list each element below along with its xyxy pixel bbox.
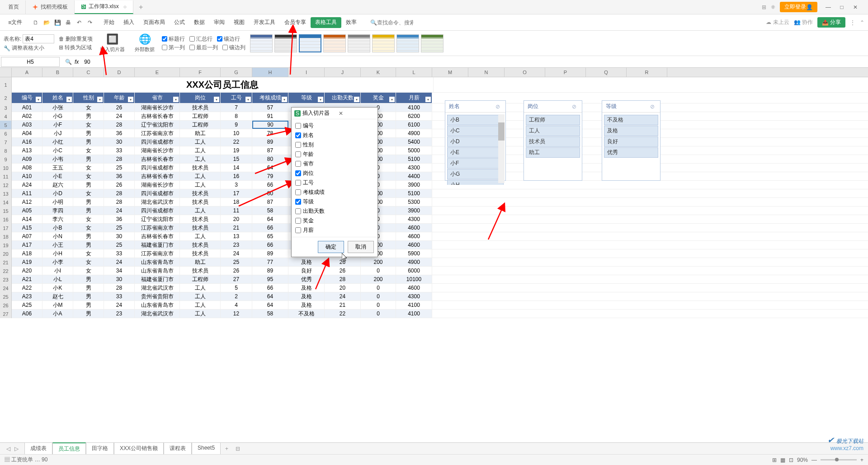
table-cell[interactable]: 5100 xyxy=(396,189,432,197)
table-cell[interactable]: 良好 xyxy=(288,267,325,275)
cloud-status[interactable]: ☁ 未上云 xyxy=(766,19,789,26)
table-cell[interactable]: 女 xyxy=(73,146,104,155)
table-cell[interactable]: 64 xyxy=(252,301,288,309)
table-cell[interactable]: 28 xyxy=(325,275,361,283)
table-cell[interactable]: 小N xyxy=(42,232,73,240)
table-cell[interactable]: 24 xyxy=(104,207,135,215)
table-cell[interactable]: 不及格 xyxy=(288,310,325,318)
table-cell[interactable]: 4900 xyxy=(396,129,432,137)
external-data[interactable]: 🌐外部数据 xyxy=(132,33,157,54)
slicer-item[interactable]: 小D xyxy=(447,136,504,147)
table-cell[interactable]: 女 xyxy=(73,249,104,258)
table-cell[interactable]: 辽宁省沈阳市 xyxy=(135,121,180,129)
table-cell[interactable]: 26 xyxy=(104,103,135,112)
table-cell[interactable]: 25 xyxy=(221,258,252,266)
table-header[interactable]: 考核成绩▾ xyxy=(252,93,288,103)
table-cell[interactable]: 4300 xyxy=(396,292,432,301)
table-cell[interactable]: 23 xyxy=(221,241,252,249)
table-cell[interactable]: 5400 xyxy=(396,138,432,146)
expand-icon[interactable]: ⌃ xyxy=(860,19,864,26)
table-cell[interactable]: 男 xyxy=(73,138,104,146)
col-header[interactable]: P xyxy=(545,68,586,77)
table-cell[interactable]: 工人 xyxy=(180,181,221,189)
cb-banded-row[interactable]: 镶边行 xyxy=(217,35,240,43)
table-cell[interactable]: 11 xyxy=(221,207,252,215)
table-cell[interactable]: 95 xyxy=(252,275,288,283)
table-cell[interactable]: 男 xyxy=(73,207,104,215)
cancel-button[interactable]: 取消 xyxy=(348,241,374,253)
style-preview[interactable] xyxy=(274,34,297,52)
table-cell[interactable]: 湖北省武汉市 xyxy=(135,198,180,206)
menu-view[interactable]: 视图 xyxy=(229,14,249,31)
table-cell[interactable]: 小B xyxy=(42,224,73,232)
table-cell[interactable]: 89 xyxy=(252,138,288,146)
table-cell[interactable]: 小K xyxy=(42,284,73,292)
table-cell[interactable]: 12 xyxy=(221,310,252,318)
table-cell[interactable]: A25 xyxy=(12,301,42,309)
slicer-item[interactable]: 小G xyxy=(447,169,504,179)
coop-button[interactable]: 👥 协作 xyxy=(794,19,813,26)
table-header[interactable]: 姓名▾ xyxy=(42,93,73,103)
table-cell[interactable]: A24 xyxy=(12,181,42,189)
row-header[interactable]: 6 xyxy=(0,129,12,138)
table-cell[interactable]: A22 xyxy=(12,284,42,292)
more-icon[interactable]: ⋮ xyxy=(850,19,855,26)
slicer-item[interactable]: 小F xyxy=(447,158,504,169)
row-header[interactable]: 20 xyxy=(0,249,12,258)
select-all-corner[interactable] xyxy=(0,68,12,77)
table-cell[interactable]: 4400 xyxy=(396,172,432,180)
table-cell[interactable]: 湖南省长沙市 xyxy=(135,181,180,189)
table-cell[interactable]: 33 xyxy=(104,249,135,258)
grid-icon[interactable]: ⊞ xyxy=(762,4,766,10)
table-cell[interactable]: 200 xyxy=(361,275,396,283)
table-cell[interactable]: 四川省成都市 xyxy=(135,138,180,146)
table-cell[interactable]: 9 xyxy=(221,121,252,129)
save-icon[interactable]: 💾 xyxy=(53,18,62,27)
table-cell[interactable]: 四川省成都市 xyxy=(135,207,180,215)
table-cell[interactable]: 26 xyxy=(221,267,252,275)
table-cell[interactable]: 男 xyxy=(73,275,104,283)
scrollbar[interactable] xyxy=(498,114,505,183)
style-preview[interactable] xyxy=(250,34,273,52)
col-header[interactable]: H xyxy=(252,68,288,77)
filter-icon[interactable]: ▾ xyxy=(354,97,359,102)
redo-icon[interactable]: ↷ xyxy=(85,18,94,27)
table-cell[interactable]: 3 xyxy=(221,181,252,189)
table-cell[interactable]: 男 xyxy=(73,241,104,249)
table-cell[interactable]: 男 xyxy=(73,155,104,163)
row-header[interactable]: 10 xyxy=(0,164,12,172)
menu-start[interactable]: 开始 xyxy=(99,14,119,31)
table-cell[interactable]: 24 xyxy=(104,301,135,309)
table-cell[interactable]: 小A xyxy=(42,310,73,318)
table-header[interactable]: 性别▾ xyxy=(73,93,104,103)
table-cell[interactable]: 吉林省长春市 xyxy=(135,232,180,240)
dialog-checkbox-item[interactable]: 姓名 xyxy=(293,131,376,140)
table-cell[interactable]: 工人 xyxy=(180,301,221,309)
table-cell[interactable]: 0 xyxy=(361,310,396,318)
slicer-item[interactable]: 工人 xyxy=(526,126,580,136)
table-cell[interactable]: 四川省成都市 xyxy=(135,189,180,197)
table-cell[interactable]: 16 xyxy=(221,172,252,180)
menu-hamburger[interactable]: ≡ 文件 xyxy=(4,14,27,31)
row-header[interactable]: 11 xyxy=(0,172,12,181)
table-cell[interactable]: 5000 xyxy=(396,146,432,155)
dialog-checkbox-item[interactable]: 编号 xyxy=(293,121,376,131)
zoom-value[interactable]: 90% xyxy=(797,457,808,463)
table-cell[interactable]: 30 xyxy=(104,275,135,283)
menu-formula[interactable]: 公式 xyxy=(170,14,189,31)
minimize-icon[interactable]: — xyxy=(822,1,835,13)
table-cell[interactable]: 15 xyxy=(221,155,252,163)
new-icon[interactable]: 🗋 xyxy=(31,18,40,27)
table-cell[interactable]: 20 xyxy=(221,215,252,223)
col-header[interactable]: M xyxy=(432,68,468,77)
col-header[interactable]: R xyxy=(627,68,667,77)
table-cell[interactable]: A21 xyxy=(12,275,42,283)
table-cell[interactable]: A06 xyxy=(12,310,42,318)
table-cell[interactable]: 吉林省长春市 xyxy=(135,155,180,163)
table-cell[interactable]: 小F xyxy=(42,121,73,129)
table-cell[interactable]: 30 xyxy=(104,232,135,240)
row-header[interactable]: 13 xyxy=(0,189,12,198)
row-header[interactable]: 17 xyxy=(0,224,12,232)
col-header[interactable]: Q xyxy=(586,68,627,77)
table-cell[interactable]: 4900 xyxy=(396,258,432,266)
